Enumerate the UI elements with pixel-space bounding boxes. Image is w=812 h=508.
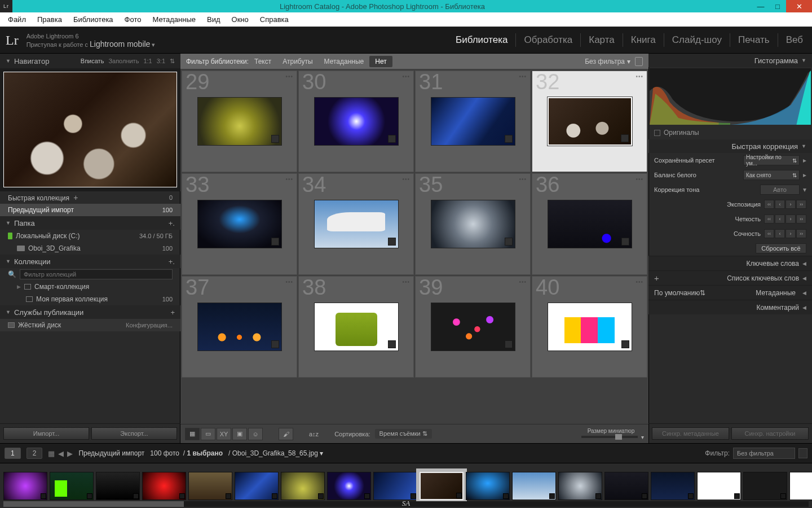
module-develop[interactable]: Обработка: [516, 33, 581, 47]
collection-filter-input[interactable]: 🔍: [0, 268, 180, 281]
breadcrumb-source[interactable]: Предыдущий импорт: [78, 449, 144, 457]
add-keyword-button[interactable]: +: [654, 273, 659, 283]
thumbnail[interactable]: [431, 200, 515, 248]
grid-cell[interactable]: 37•••: [182, 276, 297, 378]
module-library[interactable]: Библиотека: [448, 33, 516, 47]
navigator-preview[interactable]: [0, 68, 180, 191]
zoom-fit[interactable]: Вписать: [81, 58, 104, 65]
exposure-stepper[interactable]: ‹‹‹›››: [764, 200, 806, 209]
collection-first[interactable]: Моя первая коллекция 100: [0, 293, 180, 305]
breadcrumb-filename[interactable]: / Oboi_3D_Grafika_58_65.jpg ▾: [228, 449, 323, 457]
filter-flag-icon[interactable]: [798, 448, 807, 458]
catalog-previous-import[interactable]: Предыдущий импорт 100: [0, 204, 180, 216]
thumbnail-grid[interactable]: 29••• 30••• 31••• 32••• 33••• 34••• 35••…: [180, 69, 648, 424]
survey-view-button[interactable]: ▣: [232, 428, 247, 440]
clarity-stepper[interactable]: ‹‹‹›››: [764, 214, 806, 224]
add-publish-button[interactable]: +: [170, 308, 175, 317]
filmstrip-item[interactable]: [142, 472, 186, 500]
thumbnail[interactable]: [197, 200, 282, 248]
painter-tool[interactable]: 🖌: [279, 428, 293, 440]
grid-cell[interactable]: 40•••: [532, 276, 647, 378]
minimize-button[interactable]: —: [752, 0, 769, 12]
grid-view-button[interactable]: ▦: [185, 428, 200, 440]
grid-cell[interactable]: 33•••: [182, 173, 297, 275]
filmstrip-item[interactable]: [651, 472, 695, 500]
menu-metadata[interactable]: Метаданные: [147, 12, 201, 27]
zoom-1-1[interactable]: 1:1: [143, 58, 152, 65]
filmstrip-item[interactable]: [512, 472, 556, 500]
filmstrip-item[interactable]: [558, 472, 602, 500]
add-folder-button[interactable]: +.: [169, 219, 175, 227]
keywords-header[interactable]: Ключевые слова◀: [648, 256, 812, 270]
quick-develop-header[interactable]: Быстрая коррекция ▼: [648, 139, 812, 153]
grid-cell[interactable]: 29•••: [182, 71, 297, 172]
filmstrip-item[interactable]: [281, 472, 325, 500]
collection-filter-field[interactable]: [20, 269, 173, 279]
thumbnail[interactable]: [314, 200, 399, 248]
scrollbar-thumb[interactable]: [3, 501, 184, 507]
thumbnail[interactable]: [548, 200, 632, 248]
filter-lock-icon[interactable]: [635, 57, 643, 66]
sort-dropdown[interactable]: Время съёмки ⇅: [375, 429, 432, 439]
collection-smart[interactable]: ▶ Смарт-коллекция: [0, 281, 180, 293]
grid-cell[interactable]: 30•••: [298, 71, 414, 172]
originals-checkbox[interactable]: [654, 130, 660, 136]
grid-cell[interactable]: 34•••: [298, 173, 414, 275]
filmstrip-item[interactable]: [604, 472, 648, 500]
forward-icon[interactable]: ▶: [67, 449, 73, 458]
wb-dropdown[interactable]: Как снято⇅: [743, 170, 800, 180]
thumbnail[interactable]: [548, 303, 632, 351]
menu-window[interactable]: Окно: [226, 12, 254, 27]
expand-icon[interactable]: ▸: [803, 156, 806, 164]
publish-header[interactable]: ▼ Службы публикации +: [0, 305, 180, 319]
module-web[interactable]: Веб: [778, 33, 803, 47]
filmstrip-item[interactable]: [789, 472, 812, 500]
thumbnail[interactable]: [548, 97, 632, 146]
people-view-button[interactable]: ☺: [248, 428, 263, 440]
metadata-header[interactable]: По умолчанию⇅ Метаданные◀: [648, 285, 812, 300]
vibrance-stepper[interactable]: ‹‹‹›››: [764, 229, 806, 238]
module-slideshow[interactable]: Слайд-шоу: [664, 33, 730, 47]
slider-knob[interactable]: [615, 434, 622, 440]
grid-cell-selected[interactable]: 32•••: [532, 71, 647, 172]
comment-header[interactable]: Комментарий◀: [648, 300, 812, 314]
filter-text[interactable]: Текст: [249, 56, 277, 67]
filter-preset-select[interactable]: Без фильтра: [733, 448, 795, 459]
expand-icon[interactable]: ▸: [803, 171, 806, 179]
filmstrip-item[interactable]: [743, 472, 787, 500]
filter-attr[interactable]: Атрибуты: [277, 56, 318, 67]
add-collection-button[interactable]: +.: [169, 257, 175, 266]
zoom-3-1[interactable]: 3:1: [157, 58, 165, 65]
folders-header[interactable]: ▼ Папка +.: [0, 216, 180, 230]
sync-metadata-button[interactable]: Синхр. метаданные: [652, 427, 729, 440]
menu-photo[interactable]: Фото: [119, 12, 147, 27]
zoom-fill[interactable]: Заполнить: [108, 58, 139, 65]
export-button[interactable]: Экспорт...: [91, 427, 177, 440]
filmstrip-item[interactable]: [373, 472, 417, 500]
keyword-list-header[interactable]: +Список ключевых слов◀: [648, 270, 812, 285]
folder-volume[interactable]: Локальный диск (C:) 34.0 / 50 ГБ: [0, 230, 180, 242]
menu-file[interactable]: Файл: [2, 12, 32, 27]
close-button[interactable]: ✕: [786, 0, 812, 12]
navigator-zoom-options[interactable]: Вписать Заполнить 1:1 3:1 ⇅: [81, 58, 175, 65]
filmstrip-item[interactable]: [188, 472, 232, 500]
auto-tone-button[interactable]: Авто: [760, 185, 800, 195]
histogram[interactable]: [650, 68, 811, 125]
catalog-quick-collection[interactable]: Быстрая коллекция + 0: [0, 191, 180, 204]
thumbnail[interactable]: [197, 303, 282, 351]
grid-cell[interactable]: 39•••: [415, 276, 531, 378]
zoom-more-icon[interactable]: ⇅: [170, 58, 175, 65]
grid-cell[interactable]: 36•••: [532, 173, 647, 275]
screen-1-button[interactable]: 1: [5, 448, 21, 459]
filmstrip-item[interactable]: [235, 472, 279, 500]
module-book[interactable]: Книга: [623, 33, 664, 47]
filter-metadata[interactable]: Метаданные: [319, 56, 370, 67]
loupe-view-button[interactable]: ▭: [201, 428, 215, 440]
grid-cell[interactable]: 38•••: [298, 276, 414, 378]
menu-view[interactable]: Вид: [201, 12, 226, 27]
filmstrip-item[interactable]: [96, 472, 140, 500]
navigator-header[interactable]: ▼ Навигатор Вписать Заполнить 1:1 3:1 ⇅: [0, 54, 180, 68]
filmstrip-item-selected[interactable]: [420, 472, 464, 500]
filmstrip-item[interactable]: [50, 472, 94, 500]
originals-row[interactable]: Оригиналы: [648, 126, 812, 139]
